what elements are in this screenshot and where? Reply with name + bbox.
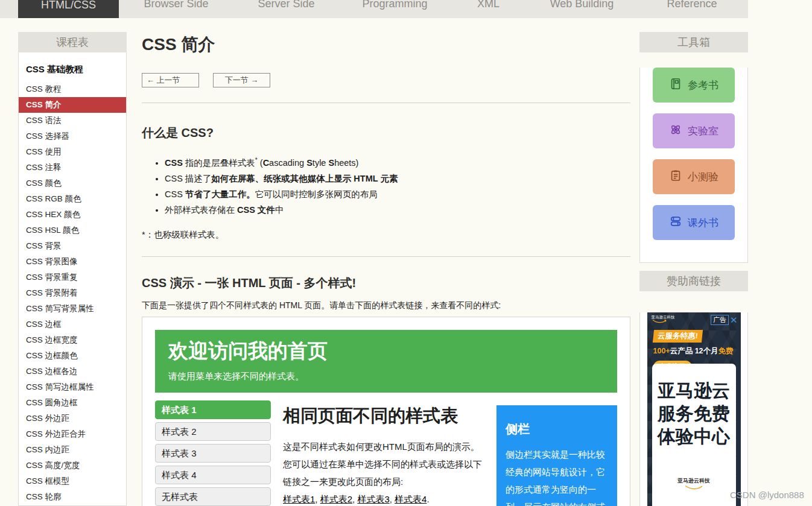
course-list: CSS 教程 CSS 简介 CSS 语法 CSS 选择器 CSS 使用 CSS … — [19, 81, 126, 505]
stylesheet-menu-button[interactable]: 样式表 1 — [155, 400, 271, 419]
sidebar-course-item[interactable]: CSS 边框颜色 — [19, 348, 126, 364]
list-item: 外部样式表存储在 CSS 文件中 — [165, 202, 630, 218]
sidebar-course-item[interactable]: CSS 边框各边 — [19, 364, 126, 379]
extra-reading-button[interactable]: 课外书 — [653, 205, 735, 240]
next-section-button[interactable]: 下一节 → — [213, 73, 270, 87]
demo-intro-text: 下面是一张提供了四个不同样式表的 HTML 页面。请单击下面的样式表链接，来查看… — [142, 300, 630, 311]
section-heading-demo: CSS 演示 - 一张 HTML 页面 - 多个样式! — [142, 276, 630, 290]
demo-article-title: 相同页面不同的样式表 — [283, 404, 484, 428]
demo-banner-subtitle: 请使用菜单来选择不同的样式表。 — [168, 371, 604, 382]
demo-aside: 侧栏 侧边栏其实就是一种比较经典的网站导航设计，它的形式通常为竖向的一列，展示在… — [496, 405, 617, 506]
demo-banner: 欢迎访问我的首页 请使用菜单来选择不同的样式表。 — [155, 330, 617, 393]
ad-card: 亚马逊云 服务免费 体验中心 亚马逊云科技 爆款服务器 云 — [652, 364, 736, 506]
stylesheet-menu-button[interactable]: 无样式表 — [155, 487, 271, 506]
sidebar-course-item[interactable]: CSS 轮廓 — [19, 489, 126, 505]
extra-reading-label: 课外书 — [688, 216, 718, 230]
stylesheet-link[interactable]: 样式表3 — [357, 494, 389, 504]
sponsor-title: 赞助商链接 — [639, 271, 748, 291]
ad-promo-line: 100+云产品 12个月免费 — [653, 346, 741, 356]
stylesheet-link[interactable]: 样式表4 — [395, 494, 427, 504]
ad-card-brand: 亚马逊云科技 — [652, 477, 736, 491]
sidebar-course-item[interactable]: CSS 选择器 — [19, 128, 126, 144]
clipboard-icon — [669, 169, 682, 185]
lab-button[interactable]: 实验室 — [653, 113, 735, 148]
list-item: CSS 指的是层叠样式表* (Cascading Style Sheets) — [165, 153, 630, 171]
page-title: CSS 简介 — [142, 36, 630, 53]
footnote: *：也称级联样式表。 — [142, 229, 630, 241]
amazon-cloud-ad[interactable]: 亚马逊云科技 广告 ✕ 云服务特惠! 100+云产品 12个月免费 免费注册 亚… — [647, 312, 741, 506]
sidebar-course-item[interactable]: CSS 边框宽度 — [19, 332, 126, 348]
ad-card-line: 服务免费 — [652, 402, 736, 425]
sidebar-course-item[interactable]: CSS 高度/宽度 — [19, 458, 126, 473]
stylesheet-links: 样式表1, 样式表2, 样式表3, 样式表4. — [283, 494, 430, 504]
stylesheet-link[interactable]: 样式表1 — [283, 494, 315, 504]
css-facts-list: CSS 指的是层叠样式表* (Cascading Style Sheets) C… — [142, 153, 630, 218]
list-item: CSS 描述了如何在屏幕、纸张或其他媒体上显示 HTML 元素 — [165, 171, 630, 186]
demo-frame: 欢迎访问我的首页 请使用菜单来选择不同的样式表。 样式表 1 样式表 2 样式表… — [142, 317, 630, 506]
section-heading-what-is-css: 什么是 CSS? — [142, 126, 630, 140]
sidebar-course-item[interactable]: CSS 背景重复 — [19, 270, 126, 285]
demo-stylesheet-menu: 样式表 1 样式表 2 样式表 3 样式表 4 无样式表 — [155, 400, 271, 506]
demo-article-text: 这是不同样式表如何更改HTML页面布局的演示。您可以通过在菜单中选择不同的样式表… — [283, 438, 484, 506]
stylesheet-menu-button[interactable]: 样式表 3 — [155, 444, 271, 463]
csdn-watermark: CSDN @lydon888 — [730, 490, 804, 500]
sidebar-course-item[interactable]: CSS 教程 — [19, 81, 126, 97]
sidebar-course-item[interactable]: CSS 边框 — [19, 317, 126, 332]
sidebar-course-item[interactable]: CSS 简介 — [19, 97, 126, 113]
quiz-button[interactable]: 小测验 — [653, 159, 735, 194]
toolbox-title: 工具箱 — [639, 32, 748, 52]
ad-top-bar: 亚马逊云科技 广告 ✕ — [647, 312, 741, 325]
ad-badge: 云服务特惠! — [652, 330, 702, 343]
nav-tab[interactable]: HTML/CSS — [18, 0, 119, 18]
course-section-heading: CSS 基础教程 — [19, 52, 126, 81]
ad-card-line: 亚马逊云 — [652, 379, 736, 402]
reference-book-button[interactable]: 参考书 — [653, 68, 735, 103]
sidebar-course-item[interactable]: CSS 背景图像 — [19, 254, 126, 270]
sidebar-course-item[interactable]: CSS 颜色 — [19, 176, 126, 191]
sidebar-course-item[interactable]: CSS 简写背景属性 — [19, 301, 126, 317]
stylesheet-link[interactable]: 样式表2 — [320, 494, 352, 504]
prev-section-button[interactable]: ← 上一节 — [142, 73, 199, 87]
divider — [142, 256, 630, 257]
sidebar-course-item[interactable]: CSS 背景附着 — [19, 285, 126, 301]
demo-aside-title: 侧栏 — [506, 421, 608, 437]
pager: ← 上一节 下一节 → — [142, 73, 630, 87]
ad-close-icon[interactable]: ✕ — [729, 315, 739, 324]
toolbox-panel: 参考书 实验室 小测验 课外书 — [639, 68, 748, 263]
sidebar-course-item[interactable]: CSS 框模型 — [19, 473, 126, 489]
sidebar-course-item[interactable]: CSS 语法 — [19, 113, 126, 128]
demo-banner-title: 欢迎访问我的首页 — [168, 339, 604, 363]
main-content: CSS 简介 ← 上一节 下一节 → 什么是 CSS? CSS 指的是层叠样式表… — [142, 0, 630, 506]
aws-logo: 亚马逊云科技 — [652, 315, 675, 324]
sidebar-course-item[interactable]: CSS 外边距 — [19, 411, 126, 426]
sidebar-course-item[interactable]: CSS 背景 — [19, 238, 126, 254]
demo-article: 相同页面不同的样式表 这是不同样式表如何更改HTML页面布局的演示。您可以通过在… — [271, 400, 496, 506]
book-icon — [669, 77, 682, 93]
sidebar-course-item[interactable]: CSS 注释 — [19, 160, 126, 176]
course-sidebar: 课程表 CSS 基础教程 CSS 教程 CSS 简介 CSS 语法 CSS 选择… — [18, 32, 127, 506]
demo-aside-text: 侧边栏其实就是一种比较经典的网站导航设计，它的形式通常为竖向的一列，展示在网站的… — [506, 446, 608, 506]
lab-label: 实验室 — [688, 124, 718, 138]
sidebar-course-item[interactable]: CSS 简写边框属性 — [19, 379, 126, 395]
list-item: CSS 节省了大量工作。它可以同时控制多张网页的布局 — [165, 186, 630, 202]
sidebar-course-item[interactable]: CSS 外边距合并 — [19, 426, 126, 442]
stylesheet-menu-button[interactable]: 样式表 4 — [155, 466, 271, 484]
sidebar-course-item[interactable]: CSS RGB 颜色 — [19, 191, 126, 207]
sponsor-panel: 亚马逊云科技 广告 ✕ 云服务特惠! 100+云产品 12个月免费 免费注册 亚… — [639, 312, 748, 506]
course-sidebar-title: 课程表 — [18, 32, 127, 52]
sidebar-course-item[interactable]: CSS HEX 颜色 — [19, 207, 126, 223]
ad-card-line: 体验中心 — [652, 425, 736, 448]
atom-icon — [669, 123, 682, 139]
sidebar-course-item[interactable]: CSS 使用 — [19, 144, 126, 160]
quiz-label: 小测验 — [688, 170, 718, 184]
reference-book-label: 参考书 — [688, 78, 718, 92]
divider — [142, 103, 630, 103]
sidebar-course-item[interactable]: CSS 内边距 — [19, 442, 126, 458]
sidebar-course-item[interactable]: CSS 圆角边框 — [19, 395, 126, 411]
ad-tag: 广告 — [711, 315, 729, 325]
demo-body: 样式表 1 样式表 2 样式表 3 样式表 4 无样式表 相同页面不同的样式表 … — [155, 400, 617, 506]
course-list-panel: CSS 基础教程 CSS 教程 CSS 简介 CSS 语法 CSS 选择器 CS… — [18, 52, 127, 506]
sidebar-course-item[interactable]: CSS HSL 颜色 — [19, 223, 126, 238]
stylesheet-menu-button[interactable]: 样式表 2 — [155, 422, 271, 441]
books-icon — [669, 215, 682, 231]
